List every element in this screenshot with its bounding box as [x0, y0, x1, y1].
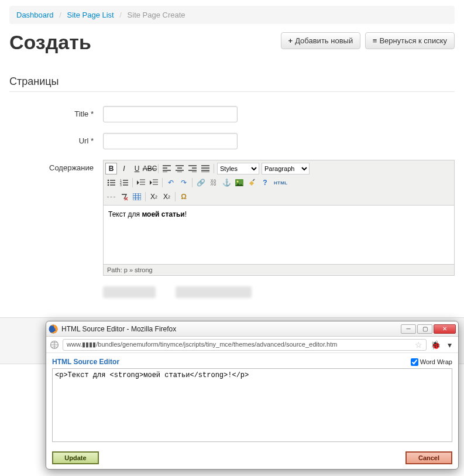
- numbered-list-icon[interactable]: 123: [118, 177, 130, 189]
- header-actions: + Добавить новый ≡ Вернуться к списку: [279, 32, 455, 49]
- window-title: HTML Source Editor - Mozilla Firefox: [61, 325, 401, 333]
- globe-icon: [50, 340, 59, 350]
- url-label: Url *: [9, 133, 103, 145]
- breadcrumb-link-page-list[interactable]: Site Page List: [67, 11, 114, 19]
- list-icon: ≡: [373, 36, 377, 45]
- dropdown-icon[interactable]: ▾: [444, 340, 455, 350]
- html-source-icon[interactable]: HTML: [272, 177, 289, 189]
- charmap-icon[interactable]: Ω: [178, 191, 190, 203]
- bookmark-star-icon[interactable]: ☆: [415, 340, 422, 350]
- toolbar-separator: [192, 178, 193, 187]
- svg-point-0: [108, 180, 109, 182]
- source-editor-window: HTML Source Editor - Mozilla Firefox ─ ▢…: [46, 321, 459, 470]
- address-url: www.▮▮▮▮/bundles/genemuform/tinymce/jscr…: [67, 341, 337, 348]
- breadcrumb-link-dashboard[interactable]: Dashboard: [16, 11, 54, 19]
- svg-point-2: [108, 184, 109, 186]
- svg-point-1: [108, 182, 109, 184]
- title-input[interactable]: [103, 106, 238, 122]
- toolbar-separator: [175, 192, 176, 201]
- editor-text-suffix: !: [185, 210, 187, 218]
- update-button[interactable]: Update: [52, 451, 99, 464]
- maximize-button[interactable]: ▢: [417, 324, 432, 334]
- firefox-icon: [49, 324, 58, 334]
- source-editor-title: HTML Source Editor: [52, 358, 119, 366]
- obscured-row: [9, 286, 455, 300]
- svg-point-7: [237, 181, 239, 183]
- remove-format-icon[interactable]: [118, 191, 130, 203]
- editor-path: Path: p » strong: [104, 264, 454, 275]
- editor-text-prefix: Текст для: [108, 210, 142, 218]
- undo-icon[interactable]: ↶: [165, 177, 177, 189]
- word-wrap-checkbox[interactable]: [411, 358, 418, 366]
- section-title: Страницы: [9, 76, 455, 92]
- toolbar-separator: [162, 178, 163, 187]
- link-icon[interactable]: 🔗: [195, 177, 207, 189]
- align-left-icon[interactable]: [161, 163, 173, 174]
- wysiwyg-editor: B I U ABC: [103, 160, 455, 276]
- back-to-list-button[interactable]: ≡ Вернуться к списку: [365, 32, 455, 49]
- unlink-icon[interactable]: ⛓: [208, 177, 219, 189]
- address-bar[interactable]: www.▮▮▮▮/bundles/genemuform/tinymce/jscr…: [63, 339, 427, 351]
- address-bar-row: www.▮▮▮▮/bundles/genemuform/tinymce/jscr…: [46, 337, 458, 353]
- toolbar-separator: [158, 164, 159, 173]
- align-center-icon[interactable]: [174, 163, 185, 174]
- editor-content[interactable]: Текст для моей статьи!: [104, 206, 454, 264]
- toolbar-separator: [214, 164, 214, 173]
- content-label: Содержание: [9, 160, 103, 172]
- page-title: Создать: [9, 32, 91, 52]
- indent-icon[interactable]: [148, 177, 160, 189]
- svg-rect-8: [133, 193, 141, 200]
- word-wrap-label: Word Wrap: [420, 358, 452, 365]
- outdent-icon[interactable]: [135, 177, 147, 189]
- breadcrumb-separator: /: [59, 11, 61, 19]
- window-titlebar[interactable]: HTML Source Editor - Mozilla Firefox ─ ▢…: [46, 321, 458, 337]
- minimize-button[interactable]: ─: [401, 324, 416, 334]
- toolbar-separator: [145, 192, 146, 201]
- underline-icon[interactable]: U: [131, 163, 143, 174]
- image-icon[interactable]: [233, 177, 245, 189]
- align-right-icon[interactable]: [187, 163, 198, 174]
- word-wrap-toggle[interactable]: Word Wrap: [411, 358, 452, 366]
- format-select[interactable]: Paragraph: [262, 163, 310, 174]
- add-new-button[interactable]: + Добавить новый: [281, 32, 361, 49]
- anchor-icon[interactable]: ⚓: [221, 177, 232, 189]
- title-label: Title *: [9, 106, 103, 118]
- subscript-icon[interactable]: X2: [148, 191, 160, 203]
- firebug-icon[interactable]: 🐞: [430, 340, 441, 350]
- bullet-list-icon[interactable]: [105, 177, 117, 189]
- italic-icon[interactable]: I: [118, 163, 130, 174]
- editor-text-bold: моей статьи: [142, 210, 184, 218]
- cleanup-icon[interactable]: [246, 177, 258, 189]
- add-new-label: Добавить новый: [295, 36, 353, 45]
- help-icon[interactable]: ?: [259, 177, 271, 189]
- table-icon[interactable]: [131, 191, 143, 203]
- toolbar-separator: [132, 178, 133, 187]
- breadcrumb-active: Site Page Create: [128, 11, 185, 19]
- plus-icon: +: [288, 36, 293, 45]
- bold-icon[interactable]: B: [105, 163, 117, 174]
- superscript-icon[interactable]: X2: [161, 191, 173, 203]
- hr-icon[interactable]: [105, 191, 117, 203]
- align-justify-icon[interactable]: [200, 163, 211, 174]
- cancel-button[interactable]: Cancel: [405, 451, 452, 464]
- close-button[interactable]: ✕: [434, 324, 456, 334]
- breadcrumb-separator: /: [119, 11, 122, 19]
- back-to-list-label: Вернуться к списку: [379, 36, 447, 45]
- source-textarea[interactable]: <p>Текст для <strong>моей статьи</strong…: [52, 368, 452, 442]
- strike-icon[interactable]: ABC: [144, 163, 156, 174]
- styles-select[interactable]: Styles: [217, 163, 259, 174]
- svg-text:3: 3: [120, 183, 122, 186]
- editor-toolbar: B I U ABC: [104, 160, 454, 206]
- redo-icon[interactable]: ↷: [178, 177, 190, 189]
- url-input[interactable]: [103, 133, 238, 149]
- breadcrumb: Dashboard / Site Page List / Site Page C…: [9, 6, 455, 24]
